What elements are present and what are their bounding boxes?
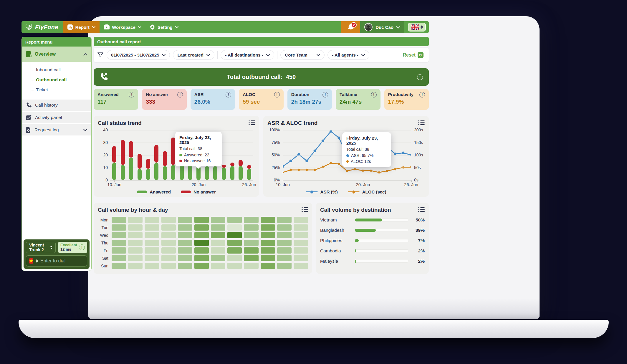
heat-cell[interactable] [161,224,176,231]
heat-cell[interactable] [112,247,126,254]
heat-cell[interactable] [244,263,258,269]
bar-answered-segment[interactable] [163,166,167,180]
heat-cell[interactable] [211,217,225,223]
legend-item-no-answer[interactable]: No answer [181,189,216,194]
heat-cell[interactable] [294,224,308,231]
bar-answered-segment[interactable] [112,163,116,180]
heat-cell[interactable] [194,255,209,261]
data-point[interactable] [394,168,397,171]
sidebar-item-overview[interactable]: Overview [22,47,91,62]
nav-item-workspace[interactable]: Workspace [100,21,145,33]
heat-cell[interactable] [128,263,143,269]
sidebar-item-request-log[interactable]: Request log [22,124,91,135]
chart-menu-icon[interactable] [418,120,425,126]
heat-cell[interactable] [294,247,308,254]
heat-cell[interactable] [227,263,242,269]
filter-funnel-icon[interactable] [97,52,104,58]
heat-cell[interactable] [145,247,159,254]
heat-cell[interactable] [261,224,275,231]
bar-answered-segment[interactable] [129,158,133,180]
heat-cell[interactable] [178,255,192,261]
data-point[interactable] [283,171,284,174]
heat-cell[interactable] [128,247,143,254]
bar-no-answer-segment[interactable] [129,141,133,157]
bar-no-answer-segment[interactable] [230,163,234,166]
bar-answered-segment[interactable] [222,168,226,180]
heat-cell[interactable] [227,217,242,223]
trunk-select[interactable]: Vincent Trunk 2 [26,242,56,253]
sidebar-item-inbound-call[interactable]: Inbound call [22,65,91,75]
heat-cell[interactable] [161,255,176,261]
sidebar-item-call-history[interactable]: Call history [22,100,91,111]
heat-cell[interactable] [277,217,292,223]
legend-item-answered[interactable]: Answered [137,189,171,194]
heat-cell[interactable] [294,263,308,269]
heat-cell[interactable] [194,224,209,231]
heat-cell[interactable] [161,247,176,254]
heat-cell[interactable] [227,255,242,261]
data-point[interactable] [297,168,300,171]
bar-answered-segment[interactable] [121,165,125,180]
info-icon[interactable]: ! [419,92,425,97]
heat-cell[interactable] [294,232,308,238]
data-point[interactable] [386,169,388,172]
data-point[interactable] [362,169,365,172]
heat-cell[interactable] [194,247,209,254]
heat-cell[interactable] [178,224,192,231]
bar-answered-segment[interactable] [239,166,243,180]
heat-cell[interactable] [194,240,209,246]
heat-cell[interactable] [261,247,275,254]
sort-select[interactable]: Last created [173,50,214,60]
data-point[interactable] [321,166,324,168]
bar-no-answer-segment[interactable] [146,159,150,169]
nav-item-report[interactable]: Report [63,21,100,33]
data-point[interactable] [289,160,292,162]
dial-input[interactable] [40,258,92,264]
heat-cell[interactable] [178,232,192,238]
team-select[interactable]: Core Team [280,50,325,60]
heat-cell[interactable] [261,240,275,246]
heat-cell[interactable] [145,240,159,246]
bar-no-answer-segment[interactable] [247,165,251,169]
heat-cell[interactable] [277,240,292,246]
legend-item-asr[interactable]: ASR (%) [306,189,338,194]
heat-cell[interactable] [244,232,258,238]
nav-item-setting[interactable]: Setting [145,21,183,33]
bar-no-answer-segment[interactable] [163,151,167,166]
heat-cell[interactable] [244,247,258,254]
heat-cell[interactable] [277,255,292,261]
chart-menu-icon[interactable] [302,207,308,213]
reset-button[interactable]: Reset ⟳ [403,52,425,58]
bar-no-answer-segment[interactable] [239,160,243,166]
heat-cell[interactable] [194,232,209,238]
heat-cell[interactable] [261,263,275,269]
heat-cell[interactable] [227,224,242,231]
heat-cell[interactable] [211,247,225,254]
data-point[interactable] [330,130,332,133]
info-icon[interactable]: ! [371,92,377,97]
bar-no-answer-segment[interactable] [222,165,226,168]
sort-arrows-icon[interactable] [36,259,38,263]
heat-cell[interactable] [161,217,176,223]
heat-cell[interactable] [128,255,143,261]
data-point[interactable] [305,168,308,171]
data-point[interactable] [402,152,404,154]
data-point[interactable] [297,153,300,156]
heat-cell[interactable] [161,240,176,246]
data-point[interactable] [370,169,373,172]
user-menu[interactable]: Duc Cao [360,21,404,33]
heat-cell[interactable] [128,240,143,246]
bar-no-answer-segment[interactable] [121,140,125,165]
data-point[interactable] [338,137,340,139]
heat-cell[interactable] [244,255,258,261]
heat-cell[interactable] [178,263,192,269]
heat-cell[interactable] [211,224,225,231]
bar-answered-segment[interactable] [154,163,158,180]
destinations-select[interactable]: - All destinations - [221,50,274,60]
heat-cell[interactable] [211,255,225,261]
destination-bar-track[interactable] [355,219,409,221]
heat-cell[interactable] [161,263,176,269]
heat-cell[interactable] [244,217,258,223]
heat-cell[interactable] [145,263,159,269]
heat-cell[interactable] [227,232,242,238]
